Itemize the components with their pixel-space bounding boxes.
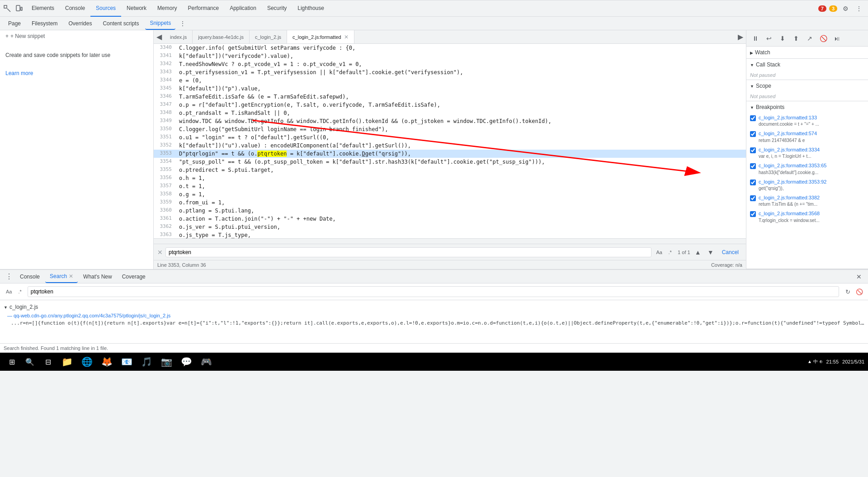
tab-lighthouse[interactable]: Lighthouse <box>292 0 330 17</box>
taskbar-start-btn[interactable]: ⊞ <box>4 354 20 370</box>
file-tab-jquery[interactable]: jquery.base-4e1dc.js <box>193 30 250 44</box>
taskbar-search-btn[interactable]: 🔍 <box>22 354 38 370</box>
search-options: Aa .* <box>654 247 675 257</box>
tab-sources[interactable]: Sources <box>90 0 121 17</box>
search-panel-dot-btn[interactable]: .* <box>16 288 24 296</box>
deactivate-btn[interactable]: 🚫 <box>818 33 829 44</box>
file-tab-c-login-2-formatted[interactable]: c_login_2.js:formatted ✕ <box>287 30 354 44</box>
tab-application[interactable]: Application <box>224 0 262 17</box>
code-line-3341: 3341 k["default"])("verifycode").value), <box>154 52 746 60</box>
search-regex-btn[interactable]: .* <box>665 247 675 257</box>
new-snippet-button[interactable]: + + New snippet <box>0 30 153 42</box>
subnav-page[interactable]: Page <box>4 17 25 30</box>
taskbar-app-5[interactable]: 🎵 <box>137 353 156 371</box>
breakpoint-location-0[interactable]: c_login_2.js:formatted:133 <box>759 114 864 121</box>
scope-header[interactable]: Scope <box>746 80 868 92</box>
breakpoint-checkbox-5[interactable] <box>750 195 756 201</box>
breakpoint-checkbox-0[interactable] <box>750 115 756 121</box>
pause-btn[interactable]: ⏸ <box>750 33 761 44</box>
svg-rect-0 <box>4 5 7 8</box>
subnav-filesystem[interactable]: Filesystem <box>27 17 62 30</box>
inspect-icon[interactable] <box>2 3 13 14</box>
code-line-3348: 3348 o.pt_randsalt = T.isRandSalt || 0, <box>154 109 746 117</box>
call-stack-section: Call Stack Not paused <box>746 59 868 80</box>
play-pause-btn[interactable]: ⏯ <box>831 33 842 44</box>
bottom-tab-coverage[interactable]: Coverage <box>118 270 150 283</box>
taskbar-app-1[interactable]: 📁 <box>58 353 76 371</box>
file-tab-right-nav[interactable]: ▶ <box>735 30 746 44</box>
breakpoint-checkbox-3[interactable] <box>750 163 756 169</box>
editor-area: ◀ index.js jquery.base-4e1dc.js c_login_… <box>154 30 746 269</box>
breakpoint-checkbox-4[interactable] <box>750 179 756 185</box>
status-bar: Line 3353, Column 36 Coverage: n/a <box>154 260 746 269</box>
breakpoint-location-2[interactable]: c_login_2.js:formatted:3334 <box>759 146 864 153</box>
code-editor[interactable]: 3340 C.logger.info( getSubmitUrl setPara… <box>154 44 746 238</box>
file-tab-left-nav[interactable]: ◀ <box>154 30 165 44</box>
taskbar-app-6[interactable]: 📷 <box>157 353 175 371</box>
search-status: Search finished. Found 1 matching line i… <box>0 343 868 353</box>
breakpoint-location-1[interactable]: c_login_2.js:formatted:574 <box>759 130 864 137</box>
breakpoints-header[interactable]: Breakpoints <box>746 101 868 113</box>
tab-memory[interactable]: Memory <box>152 0 182 17</box>
taskbar-app-7[interactable]: 💬 <box>177 353 195 371</box>
learn-more-link[interactable]: Learn more <box>0 68 153 78</box>
search-panel-clear-btn[interactable]: 🚫 <box>854 287 864 297</box>
search-panel-input[interactable] <box>28 286 839 297</box>
search-result-match[interactable]: ...r=n=[]{function o(t){f(n[t]){return n… <box>0 319 868 327</box>
breakpoint-checkbox-1[interactable] <box>750 131 756 137</box>
file-tab-close-icon[interactable]: ✕ <box>344 34 349 40</box>
tab-console[interactable]: Console <box>60 0 90 17</box>
watch-header[interactable]: Watch <box>746 47 868 58</box>
search-result-file[interactable]: c_login_2.js <box>0 302 868 312</box>
search-cancel-button[interactable]: Cancel <box>718 248 742 256</box>
file-tab-index-js[interactable]: index.js <box>165 30 193 44</box>
settings-icon[interactable]: ⚙ <box>840 3 851 14</box>
taskbar-app-3[interactable]: 🦊 <box>98 353 116 371</box>
breakpoint-location-3[interactable]: c_login_2.js:formatted:3353:65 <box>759 162 864 169</box>
subnav-snippets[interactable]: Snippets <box>145 17 175 30</box>
step-out-btn[interactable]: ⬆ <box>791 33 802 44</box>
tab-performance[interactable]: Performance <box>182 0 224 17</box>
call-stack-header[interactable]: Call Stack <box>746 59 868 71</box>
search-case-btn[interactable]: Aa <box>654 247 664 257</box>
breakpoint-location-5[interactable]: c_login_2.js:formatted:3382 <box>759 194 864 201</box>
step-over-btn[interactable]: ↩ <box>764 33 774 44</box>
more-icon[interactable]: ⋮ <box>854 3 864 14</box>
search-panel-refresh-btn[interactable]: ↻ <box>843 287 853 297</box>
bottom-tab-console[interactable]: Console <box>15 270 44 283</box>
taskbar-task-view-btn[interactable]: ⊟ <box>40 354 56 370</box>
subnav-content-scripts[interactable]: Content scripts <box>98 17 143 30</box>
taskbar-app-4[interactable]: 📧 <box>118 353 136 371</box>
search-prev-btn[interactable]: ▲ <box>693 247 703 257</box>
breakpoint-checkbox-6[interactable] <box>750 211 756 217</box>
breakpoint-item-4: c_login_2.js:formatted:3353:92 get("qrsi… <box>746 177 868 193</box>
watch-section: Watch <box>746 47 868 59</box>
devtools-main: + + New snippet Create and save code sni… <box>0 30 868 269</box>
search-result-filename: c_login_2.js <box>9 304 38 310</box>
subnav-overrides[interactable]: Overrides <box>64 17 96 30</box>
step-into-btn[interactable]: ⬇ <box>777 33 788 44</box>
step-btn[interactable]: ↗ <box>804 33 815 44</box>
code-horizontal-scrollbar[interactable] <box>154 238 746 244</box>
bottom-panel-close-btn[interactable]: ✕ <box>854 271 864 282</box>
taskbar-app-2[interactable]: 🌐 <box>78 353 96 371</box>
tab-elements[interactable]: Elements <box>26 0 60 17</box>
taskbar-app-8[interactable]: 🎮 <box>197 353 215 371</box>
breakpoint-location-4[interactable]: c_login_2.js:formatted:3353:92 <box>759 179 864 185</box>
search-clear-icon[interactable]: ✕ <box>157 249 163 256</box>
search-result-url[interactable]: — qq-web.cdn-go.cn/any.ptlogin2.qq.com/4… <box>7 312 868 319</box>
tab-network[interactable]: Network <box>121 0 152 17</box>
breakpoint-location-6[interactable]: c_login_2.js:formatted:3568 <box>759 210 864 217</box>
search-panel-aa-btn[interactable]: Aa <box>4 288 14 296</box>
device-icon[interactable] <box>14 3 24 14</box>
search-tab-close-icon[interactable]: ✕ <box>69 273 73 279</box>
breakpoint-checkbox-2[interactable] <box>750 147 756 153</box>
file-tab-c-login-2-js[interactable]: c_login_2.js <box>250 30 287 44</box>
search-next-btn[interactable]: ▼ <box>706 247 716 257</box>
tab-security[interactable]: Security <box>262 0 292 17</box>
bottom-tab-search[interactable]: Search ✕ <box>45 270 78 283</box>
bottom-menu-icon[interactable]: ⋮ <box>4 271 14 282</box>
subnav-more-icon[interactable]: ⋮ <box>177 18 188 29</box>
editor-search-input[interactable] <box>165 247 651 257</box>
bottom-tab-whats-new[interactable]: What's New <box>79 270 117 283</box>
